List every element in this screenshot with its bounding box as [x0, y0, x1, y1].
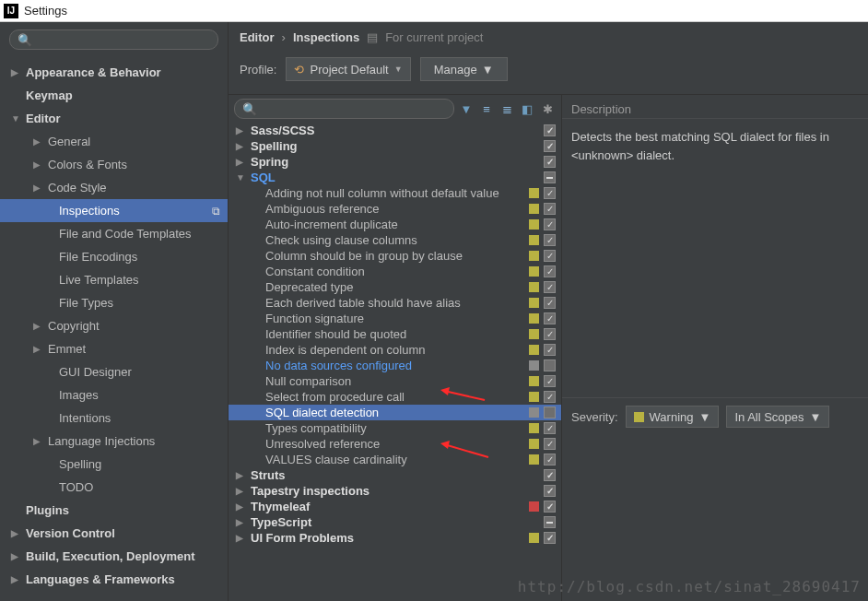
sidebar-item[interactable]: ▶Version Control [0, 522, 228, 545]
inspection-item[interactable]: Identifier should be quoted✓ [229, 326, 561, 342]
inspections-tree[interactable]: ▶Sass/SCSS✓▶Spelling✓▶Spring✓▼SQLAdding … [229, 123, 561, 601]
sidebar-item[interactable]: Intentions [0, 407, 228, 430]
sidebar-item[interactable]: Live Templates [0, 268, 228, 291]
inspection-item[interactable]: Null comparison✓ [229, 373, 561, 389]
inspection-checkbox[interactable]: ✓ [544, 328, 556, 340]
inspection-category[interactable]: ▶UI Form Problems✓ [229, 530, 561, 546]
inspection-item[interactable]: Unresolved reference✓ [229, 436, 561, 452]
inspection-checkbox[interactable]: ✓ [544, 532, 556, 544]
inspection-checkbox[interactable] [544, 359, 556, 371]
inspection-item[interactable]: Types compatibility✓ [229, 420, 561, 436]
sidebar-item[interactable]: ▶Languages & Frameworks [0, 568, 228, 591]
inspection-checkbox[interactable]: ✓ [544, 297, 556, 309]
inspection-checkbox[interactable]: ✓ [544, 250, 556, 262]
sidebar-item[interactable]: ▶Build, Execution, Deployment [0, 545, 228, 568]
sidebar-item-label: Copyright [48, 319, 100, 333]
inspection-checkbox[interactable]: ✓ [544, 265, 556, 277]
sidebar-item[interactable]: ▶Copyright [0, 314, 228, 337]
inspection-item[interactable]: Constant condition✓ [229, 264, 561, 279]
sidebar-item[interactable]: File Encodings [0, 245, 228, 268]
inspection-category[interactable]: ▶Spelling✓ [229, 138, 561, 154]
inspection-item[interactable]: Each derived table should have alias✓ [229, 295, 561, 311]
sidebar-item[interactable]: GUI Designer [0, 360, 228, 383]
inspection-item[interactable]: Deprecated type✓ [229, 279, 561, 295]
expand-all-icon[interactable]: ≡ [478, 100, 495, 117]
inspection-checkbox[interactable]: ✓ [544, 218, 556, 230]
inspection-item[interactable]: SQL dialect detection [229, 405, 561, 420]
profile-combo[interactable]: ⟲ Project Default ▼ [286, 57, 410, 81]
inspection-checkbox[interactable]: ✓ [544, 203, 556, 215]
inspection-category[interactable]: ▶Tapestry inspections✓ [229, 483, 561, 499]
inspection-checkbox[interactable]: ✓ [544, 281, 556, 293]
sidebar-item[interactable]: Images [0, 383, 228, 407]
inspection-category[interactable]: ▶TypeScript [229, 514, 561, 530]
sidebar-item[interactable]: ▶Appearance & Behavior [0, 61, 228, 84]
sidebar-item[interactable]: Keymap [0, 84, 228, 107]
inspection-checkbox[interactable]: ✓ [544, 156, 556, 168]
inspection-checkbox[interactable] [544, 407, 556, 418]
inspection-checkbox[interactable]: ✓ [544, 391, 556, 403]
inspection-checkbox[interactable]: ✓ [544, 422, 556, 434]
crumb-sep: › [282, 30, 286, 44]
crumb-editor[interactable]: Editor [240, 30, 275, 44]
inspection-item[interactable]: Select from procedure call✓ [229, 389, 561, 405]
manage-button[interactable]: Manage ▼ [420, 57, 508, 81]
inspection-category[interactable]: ▼SQL [229, 170, 561, 185]
collapse-all-icon[interactable]: ≣ [499, 100, 515, 117]
main-panel: Editor › Inspections ▤ For current proje… [229, 22, 868, 601]
inspection-checkbox[interactable] [544, 171, 556, 183]
sidebar-item[interactable]: ▶General [0, 130, 228, 153]
inspection-checkbox[interactable] [544, 516, 556, 528]
inspection-label: Auto-increment duplicate [265, 218, 561, 231]
inspection-checkbox[interactable]: ✓ [544, 469, 556, 481]
severity-combo[interactable]: Warning ▼ [626, 406, 720, 428]
inspection-item[interactable]: Column should be in group by clause✓ [229, 248, 561, 264]
inspection-category[interactable]: ▶Thymeleaf✓ [229, 499, 561, 514]
gear-icon[interactable]: ✱ [539, 100, 556, 117]
inspection-item[interactable]: Adding not null column without default v… [229, 185, 561, 201]
sidebar-search-input[interactable]: 🔍 [9, 29, 218, 50]
profile-label: Profile: [240, 63, 276, 77]
sidebar-item[interactable]: ▶Emmet [0, 337, 228, 360]
inspection-checkbox[interactable]: ✓ [544, 312, 556, 324]
inspection-item[interactable]: Check using clause columns✓ [229, 232, 561, 248]
sidebar-item[interactable]: Inspections⧉ [0, 199, 228, 222]
inspections-search-input[interactable]: 🔍 [234, 99, 454, 119]
settings-tree[interactable]: ▶Appearance & BehaviorKeymap▼Editor▶Gene… [0, 57, 228, 601]
inspection-checkbox[interactable]: ✓ [544, 187, 556, 199]
reset-icon[interactable]: ◧ [519, 100, 535, 117]
sidebar-item[interactable]: File Types [0, 291, 228, 314]
inspection-checkbox[interactable]: ✓ [544, 454, 556, 465]
severity-swatch [529, 517, 539, 527]
watermark: http://blog.csdn.net/sinat_28690417 [518, 578, 861, 595]
sidebar-item[interactable]: ▶Language Injections [0, 430, 228, 453]
scope-combo[interactable]: In All Scopes ▼ [726, 406, 829, 428]
sidebar-item[interactable]: File and Code Templates [0, 222, 228, 245]
sidebar-item[interactable]: Plugins [0, 499, 228, 522]
inspection-checkbox[interactable]: ✓ [544, 501, 556, 513]
inspection-checkbox[interactable]: ✓ [544, 234, 556, 246]
chevron-down-icon: ▼ [482, 63, 494, 77]
sidebar-item[interactable]: TODO [0, 476, 228, 499]
sidebar-item[interactable]: ▶Code Style [0, 176, 228, 199]
inspection-checkbox[interactable]: ✓ [544, 438, 556, 450]
inspection-item[interactable]: No data sources configured [229, 358, 561, 373]
inspection-checkbox[interactable]: ✓ [544, 140, 556, 152]
sidebar-item-label: General [48, 135, 90, 148]
inspection-checkbox[interactable]: ✓ [544, 344, 556, 356]
inspection-item[interactable]: VALUES clause cardinality✓ [229, 452, 561, 467]
inspection-item[interactable]: Ambiguous reference✓ [229, 201, 561, 217]
inspection-item[interactable]: Index is dependent on column✓ [229, 342, 561, 358]
inspection-checkbox[interactable]: ✓ [544, 124, 556, 136]
sidebar-item[interactable]: ▶Colors & Fonts [0, 153, 228, 176]
filter-icon[interactable]: ▼ [458, 100, 475, 117]
inspection-checkbox[interactable]: ✓ [544, 485, 556, 497]
sidebar-item[interactable]: ▼Editor [0, 107, 228, 130]
inspection-checkbox[interactable]: ✓ [544, 375, 556, 387]
inspection-category[interactable]: ▶Sass/SCSS✓ [229, 123, 561, 138]
inspection-item[interactable]: Auto-increment duplicate✓ [229, 217, 561, 232]
inspection-category[interactable]: ▶Struts✓ [229, 467, 561, 483]
inspection-category[interactable]: ▶Spring✓ [229, 154, 561, 170]
inspection-item[interactable]: Function signature✓ [229, 311, 561, 326]
sidebar-item[interactable]: Spelling [0, 453, 228, 476]
